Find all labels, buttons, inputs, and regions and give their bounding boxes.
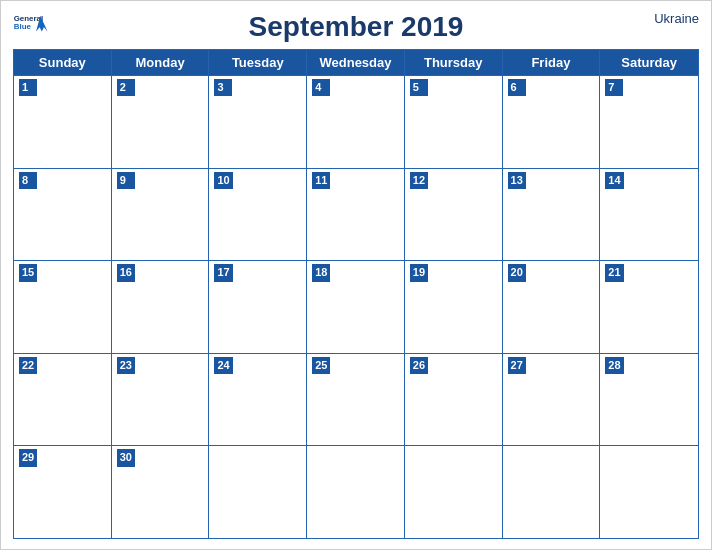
day-header-friday: Friday (503, 50, 601, 75)
day-number: 16 (117, 264, 135, 281)
day-number: 24 (214, 357, 232, 374)
day-cell (405, 446, 503, 538)
day-number: 1 (19, 79, 37, 96)
day-number: 30 (117, 449, 135, 466)
day-cell: 8 (14, 169, 112, 261)
day-cell: 17 (209, 261, 307, 353)
day-number: 28 (605, 357, 623, 374)
day-number: 11 (312, 172, 330, 189)
day-cell: 20 (503, 261, 601, 353)
day-cell: 29 (14, 446, 112, 538)
day-cell: 15 (14, 261, 112, 353)
svg-text:Blue: Blue (14, 22, 32, 31)
country-label: Ukraine (654, 11, 699, 26)
day-cell: 3 (209, 76, 307, 168)
day-cell: 5 (405, 76, 503, 168)
day-number: 19 (410, 264, 428, 281)
day-cell: 9 (112, 169, 210, 261)
day-cell: 6 (503, 76, 601, 168)
day-cell: 1 (14, 76, 112, 168)
day-number: 10 (214, 172, 232, 189)
calendar-header: General Blue September 2019 Ukraine (13, 11, 699, 43)
day-cell: 7 (600, 76, 698, 168)
day-number: 29 (19, 449, 37, 466)
day-number: 23 (117, 357, 135, 374)
day-number: 5 (410, 79, 428, 96)
day-number: 17 (214, 264, 232, 281)
day-number: 15 (19, 264, 37, 281)
day-number: 9 (117, 172, 135, 189)
day-number: 25 (312, 357, 330, 374)
day-header-tuesday: Tuesday (209, 50, 307, 75)
day-number: 12 (410, 172, 428, 189)
day-cell: 28 (600, 354, 698, 446)
day-cell: 4 (307, 76, 405, 168)
day-number: 22 (19, 357, 37, 374)
day-cell (209, 446, 307, 538)
day-header-saturday: Saturday (600, 50, 698, 75)
week-row-3: 15161718192021 (14, 260, 698, 353)
day-cell: 21 (600, 261, 698, 353)
week-row-4: 22232425262728 (14, 353, 698, 446)
day-number: 2 (117, 79, 135, 96)
day-cell: 14 (600, 169, 698, 261)
day-cell: 12 (405, 169, 503, 261)
day-number: 13 (508, 172, 526, 189)
week-row-1: 1234567 (14, 75, 698, 168)
day-cell: 16 (112, 261, 210, 353)
day-cell: 11 (307, 169, 405, 261)
day-header-wednesday: Wednesday (307, 50, 405, 75)
day-cell: 2 (112, 76, 210, 168)
svg-text:General: General (14, 14, 43, 23)
day-number: 21 (605, 264, 623, 281)
day-cell: 10 (209, 169, 307, 261)
weeks-container: 1234567891011121314151617181920212223242… (14, 75, 698, 538)
logo-area: General Blue (13, 11, 49, 39)
day-header-sunday: Sunday (14, 50, 112, 75)
day-number: 8 (19, 172, 37, 189)
day-cell (600, 446, 698, 538)
day-cell: 26 (405, 354, 503, 446)
day-cell: 25 (307, 354, 405, 446)
day-cell: 23 (112, 354, 210, 446)
day-number: 20 (508, 264, 526, 281)
calendar-title: September 2019 (249, 11, 464, 43)
day-number: 4 (312, 79, 330, 96)
day-cell: 27 (503, 354, 601, 446)
day-number: 27 (508, 357, 526, 374)
generalblue-logo-icon: General Blue (13, 11, 49, 39)
calendar-container: General Blue September 2019 Ukraine Sund… (0, 0, 712, 550)
day-number: 3 (214, 79, 232, 96)
day-headers-row: SundayMondayTuesdayWednesdayThursdayFrid… (14, 50, 698, 75)
day-cell: 24 (209, 354, 307, 446)
day-number: 14 (605, 172, 623, 189)
calendar-grid: SundayMondayTuesdayWednesdayThursdayFrid… (13, 49, 699, 539)
day-cell (307, 446, 405, 538)
day-header-thursday: Thursday (405, 50, 503, 75)
day-cell (503, 446, 601, 538)
title-area: September 2019 (249, 11, 464, 43)
day-number: 18 (312, 264, 330, 281)
day-cell: 22 (14, 354, 112, 446)
day-number: 6 (508, 79, 526, 96)
day-cell: 30 (112, 446, 210, 538)
week-row-5: 2930 (14, 445, 698, 538)
day-cell: 18 (307, 261, 405, 353)
day-number: 7 (605, 79, 623, 96)
week-row-2: 891011121314 (14, 168, 698, 261)
day-header-monday: Monday (112, 50, 210, 75)
day-cell: 13 (503, 169, 601, 261)
day-number: 26 (410, 357, 428, 374)
day-cell: 19 (405, 261, 503, 353)
